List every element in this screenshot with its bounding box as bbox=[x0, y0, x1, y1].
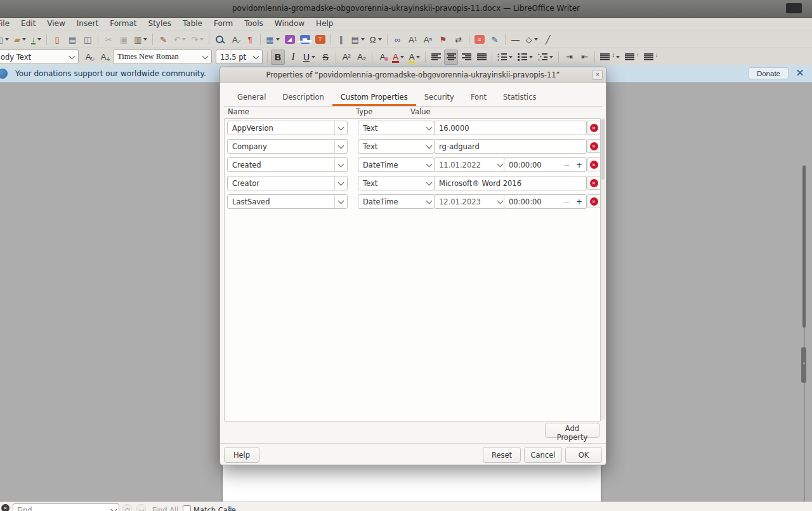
chevron-down-icon[interactable] bbox=[334, 176, 347, 190]
save-dropdown-arrow[interactable] bbox=[37, 38, 41, 41]
property-value-field[interactable]: 16.0000 bbox=[434, 121, 587, 135]
insert-page-break-button[interactable]: ∥ bbox=[334, 32, 348, 47]
vertical-scrollbar-thumb[interactable] bbox=[801, 347, 806, 383]
menu-edit[interactable]: Edit bbox=[15, 18, 41, 30]
match-case-checkbox[interactable] bbox=[183, 505, 191, 511]
undo-dropdown-arrow[interactable] bbox=[182, 38, 186, 41]
chevron-down-icon[interactable] bbox=[200, 50, 210, 63]
menu-styles[interactable]: Styles bbox=[143, 18, 177, 30]
chevron-down-icon[interactable] bbox=[424, 176, 434, 190]
font-color-dropdown-arrow[interactable] bbox=[400, 56, 404, 58]
insert-field-dropdown-arrow[interactable] bbox=[361, 38, 365, 41]
insert-special-character-dropdown-arrow[interactable] bbox=[378, 38, 382, 41]
insert-table-dropdown-arrow[interactable] bbox=[276, 38, 280, 41]
remove-property-button[interactable]: ✕ bbox=[587, 139, 601, 153]
para-space-decrease-button[interactable] bbox=[642, 50, 660, 65]
clear-direct-formatting-button[interactable]: A bbox=[376, 50, 390, 65]
chevron-down-icon[interactable] bbox=[334, 158, 347, 171]
ok-button[interactable]: OK bbox=[565, 447, 602, 463]
property-value-field[interactable]: rg-adguard bbox=[434, 139, 587, 154]
line-spacing-dropdown-arrow[interactable] bbox=[616, 56, 620, 58]
bullet-list-dropdown-arrow[interactable] bbox=[509, 56, 513, 58]
paste-button[interactable]: ▥ bbox=[132, 32, 149, 47]
chevron-down-icon[interactable] bbox=[334, 195, 347, 208]
find-and-replace-button[interactable] bbox=[213, 32, 226, 47]
freeform-line-button[interactable]: ╱ bbox=[541, 32, 555, 47]
add-property-button[interactable]: Add Property bbox=[545, 423, 599, 438]
property-type-dropdown[interactable]: DateTime bbox=[358, 157, 435, 172]
chevron-down-icon[interactable] bbox=[251, 50, 261, 63]
insert-cross-reference-button[interactable]: ⇄ bbox=[452, 32, 466, 47]
print-button[interactable]: ▤ bbox=[65, 32, 79, 47]
insert-hyperlink-button[interactable]: ∞ bbox=[391, 32, 405, 47]
property-name-combo[interactable]: Creator bbox=[227, 176, 348, 190]
outline-list-dropdown-arrow[interactable] bbox=[549, 56, 553, 58]
chevron-down-icon[interactable] bbox=[108, 504, 119, 511]
property-name-combo[interactable]: AppVersion bbox=[227, 121, 348, 135]
insert-footnote-button[interactable]: A¹ bbox=[406, 32, 420, 47]
print-preview-button[interactable]: ◫ bbox=[81, 32, 95, 47]
insert-image-button[interactable]: ◢ bbox=[283, 32, 297, 47]
tab-general[interactable]: General bbox=[229, 89, 274, 106]
property-name-combo[interactable]: Created bbox=[227, 157, 348, 172]
font-color-button[interactable]: A bbox=[391, 50, 406, 65]
find-input[interactable]: Find bbox=[13, 503, 119, 511]
justify-button[interactable] bbox=[475, 50, 488, 65]
open-button[interactable]: ▰ bbox=[12, 32, 28, 47]
remove-property-button[interactable]: ✕ bbox=[587, 194, 601, 208]
save-button[interactable]: ↓ bbox=[29, 32, 43, 47]
track-changes-button[interactable]: ✎ bbox=[488, 32, 502, 47]
new-document-dropdown-arrow[interactable] bbox=[5, 38, 9, 41]
new-style-button[interactable]: A bbox=[96, 50, 110, 65]
menu-help[interactable]: Help bbox=[310, 18, 339, 30]
menu-table[interactable]: Table bbox=[177, 18, 208, 30]
insert-bookmark-button[interactable]: ⚑ bbox=[436, 32, 450, 47]
menu-window[interactable]: Window bbox=[269, 18, 310, 30]
para-space-increase-button[interactable] bbox=[623, 50, 641, 65]
reset-button[interactable]: Reset bbox=[483, 447, 521, 463]
remove-property-button[interactable]: ✕ bbox=[587, 176, 601, 190]
highlight-color-button[interactable]: A bbox=[407, 50, 422, 65]
italic-button[interactable]: I bbox=[286, 50, 300, 65]
font-size-combo[interactable]: 13,5 pt bbox=[216, 50, 263, 64]
insert-special-character-button[interactable]: Ω bbox=[368, 32, 384, 47]
property-value-field[interactable]: Microsoft® Word 2016 bbox=[434, 176, 587, 190]
remove-property-button[interactable]: ✕ bbox=[587, 157, 601, 171]
time-increment-button[interactable]: + bbox=[576, 197, 582, 206]
chevron-down-icon[interactable] bbox=[424, 121, 434, 135]
property-type-dropdown[interactable]: Text bbox=[358, 121, 435, 135]
chevron-down-icon[interactable] bbox=[424, 158, 434, 171]
donate-button[interactable]: Donate bbox=[749, 67, 789, 79]
bullet-list-button[interactable] bbox=[495, 50, 514, 65]
table-scrollbar-thumb[interactable] bbox=[601, 119, 605, 180]
tab-font[interactable]: Font bbox=[462, 89, 495, 106]
tab-custom-properties[interactable]: Custom Properties bbox=[332, 89, 416, 106]
highlight-color-dropdown-arrow[interactable] bbox=[416, 56, 420, 58]
menu-insert[interactable]: Insert bbox=[71, 18, 104, 30]
find-and-replace-dialog-icon[interactable]: ✎ bbox=[227, 504, 234, 511]
line-spacing-button[interactable] bbox=[598, 50, 622, 65]
help-button[interactable]: Help bbox=[224, 447, 259, 463]
property-type-dropdown[interactable]: Text bbox=[358, 139, 435, 154]
basic-shapes-dropdown-arrow[interactable] bbox=[534, 38, 538, 41]
menu-tools[interactable]: Tools bbox=[239, 18, 269, 30]
tab-statistics[interactable]: Statistics bbox=[495, 89, 545, 106]
menu-format[interactable]: Format bbox=[104, 18, 142, 30]
property-date-dropdown[interactable]: 12.01.2023 bbox=[434, 194, 506, 209]
paste-dropdown-arrow[interactable] bbox=[143, 38, 147, 41]
update-style-button[interactable]: A bbox=[81, 50, 95, 65]
remove-property-button[interactable]: ✕ bbox=[587, 121, 601, 135]
decrease-indent-button[interactable]: ⇤ bbox=[577, 50, 591, 65]
table-scrollbar[interactable] bbox=[601, 118, 605, 420]
vertical-scrollbar-thumb-upper[interactable] bbox=[802, 166, 806, 328]
chevron-down-icon[interactable] bbox=[334, 121, 347, 135]
insert-text-box-button[interactable]: T bbox=[313, 32, 327, 47]
align-right-button[interactable] bbox=[459, 50, 473, 65]
tab-description[interactable]: Description bbox=[274, 89, 332, 106]
paragraph-style-combo[interactable]: Body Text bbox=[0, 50, 79, 64]
increase-indent-button[interactable]: ⇥ bbox=[562, 50, 576, 65]
align-center-button[interactable] bbox=[444, 50, 458, 65]
insert-field-button[interactable]: ▤ bbox=[350, 32, 367, 47]
cancel-button[interactable]: Cancel bbox=[524, 447, 562, 463]
formatting-marks-button[interactable]: ¶ bbox=[243, 32, 257, 47]
